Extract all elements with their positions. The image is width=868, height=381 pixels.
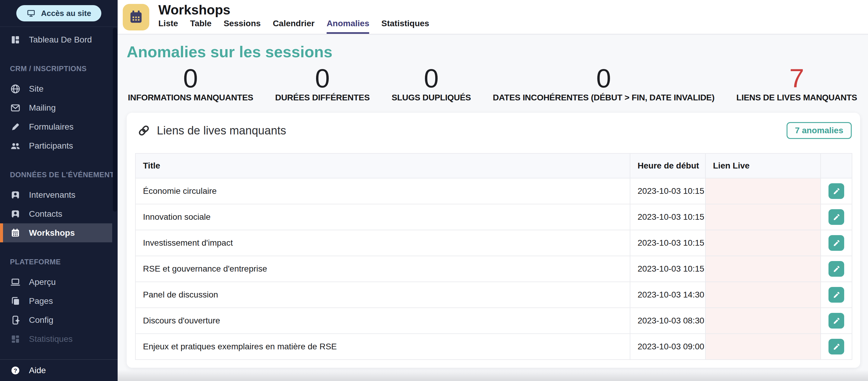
- help-circle-icon: ?: [10, 365, 21, 376]
- table-row: RSE et gouvernance d'entreprise 2023-10-…: [135, 256, 852, 282]
- sidebar-item-label: Mailing: [29, 103, 56, 113]
- edit-pencil-icon: [832, 316, 841, 325]
- session-title: Innovation sociale: [135, 204, 630, 230]
- site-access-button[interactable]: Accès au site: [16, 5, 101, 22]
- table-row: Enjeux et pratiques exemplaires en matiè…: [135, 334, 852, 359]
- session-start-time: 2023-10-03 10:15: [630, 178, 706, 204]
- table-row: Discours d'ouverture 2023-10-03 08:30: [135, 308, 852, 334]
- live-link-cell-missing: [706, 230, 820, 256]
- person-badge-icon: [10, 209, 21, 219]
- tab-anomalies[interactable]: Anomalies: [327, 19, 369, 34]
- edit-pencil-icon: [832, 187, 841, 196]
- link-icon: [137, 124, 150, 137]
- edit-session-button[interactable]: [829, 209, 844, 225]
- sidebar-item-tableau-de-bord[interactable]: Tableau De Bord: [0, 30, 112, 49]
- stat-label: SLUGS DUPLIQUÉS: [392, 93, 471, 102]
- section-label-event-data: DONNÉES DE L'ÉVÉNEMENT: [0, 170, 118, 179]
- column-header-actions: [820, 153, 852, 178]
- sidebar-item-label: Contacts: [29, 209, 62, 219]
- sidebar-item-participants[interactable]: Participants: [0, 136, 112, 155]
- sidebar: Accès au site Tableau De Bord CRM / INSC…: [0, 0, 118, 381]
- help-label: Aide: [29, 366, 46, 375]
- edit-pencil-icon: [832, 239, 841, 248]
- sidebar-item-formulaires[interactable]: Formulaires: [0, 117, 112, 136]
- edit-session-button[interactable]: [829, 339, 844, 354]
- sidebar-item-pages[interactable]: Pages: [0, 291, 112, 311]
- anomaly-stats-row: 0 INFORMATIONS MANQUANTES 0 DURÉES DIFFÉ…: [128, 64, 857, 102]
- sidebar-item-site[interactable]: Site: [0, 79, 112, 98]
- session-start-time: 2023-10-03 14:30: [630, 282, 706, 308]
- edit-session-button[interactable]: [829, 235, 844, 251]
- session-title: Enjeux et pratiques exemplaires en matiè…: [135, 334, 630, 359]
- sidebar-item-config[interactable]: Config: [0, 311, 112, 329]
- sidebar-item-intervenants[interactable]: Intervenants: [0, 185, 112, 204]
- tab-statistiques[interactable]: Statistiques: [381, 19, 429, 34]
- sidebar-item-label: Site: [29, 84, 43, 94]
- globe-icon: [10, 84, 21, 94]
- column-header-live-link: Lien Live: [706, 153, 820, 178]
- edit-session-button[interactable]: [829, 261, 844, 277]
- sidebar-item-aide[interactable]: ? Aide: [0, 359, 118, 381]
- stat-slugs-dupliques: 0 SLUGS DUPLIQUÉS: [392, 64, 471, 102]
- edit-session-button[interactable]: [829, 183, 844, 199]
- sidebar-item-contacts[interactable]: Contacts: [0, 204, 112, 223]
- person-badge-icon: [10, 190, 21, 200]
- session-title: Investissement d'impact: [135, 230, 630, 256]
- tab-liste[interactable]: Liste: [158, 19, 178, 34]
- app-tile: [123, 4, 149, 30]
- live-link-cell-missing: [706, 334, 820, 359]
- stat-value: 0: [183, 64, 198, 92]
- stat-informations-manquantes: 0 INFORMATIONS MANQUANTES: [128, 64, 253, 102]
- edit-session-button[interactable]: [829, 287, 844, 303]
- live-link-cell-missing: [706, 308, 820, 334]
- table-row: Innovation sociale 2023-10-03 10:15: [135, 204, 852, 230]
- stat-value: 0: [424, 64, 438, 92]
- session-start-time: 2023-10-03 10:15: [630, 204, 706, 230]
- sidebar-item-workshops[interactable]: Workshops: [0, 223, 112, 242]
- sidebar-item-apercu[interactable]: Aperçu: [0, 273, 112, 291]
- mail-icon: [10, 102, 21, 113]
- sidebar-item-label: Pages: [29, 296, 53, 306]
- sidebar-scrollbar-thumb[interactable]: [113, 28, 117, 212]
- svg-text:?: ?: [13, 367, 17, 374]
- live-link-cell-missing: [706, 282, 820, 308]
- tab-table[interactable]: Table: [190, 19, 211, 34]
- stat-label: DATES INCOHÉRENTES (DÉBUT > FIN, DATE IN…: [493, 93, 714, 102]
- stats-grid-icon: [10, 334, 21, 345]
- tab-sessions[interactable]: Sessions: [223, 19, 260, 34]
- edit-pencil-icon: [832, 342, 841, 351]
- section-heading: Anomalies sur les sessions: [127, 43, 860, 61]
- column-header-title: Title: [135, 153, 630, 178]
- session-title: RSE et gouvernance d'entreprise: [135, 256, 630, 282]
- people-icon: [10, 140, 21, 151]
- missing-live-links-card: Liens de lives manquants 7 anomalies Tit…: [127, 113, 860, 368]
- edit-session-button[interactable]: [829, 313, 844, 328]
- calendar-icon: [128, 9, 144, 25]
- tab-calendrier[interactable]: Calendrier: [273, 19, 315, 34]
- stat-durees-differentes: 0 DURÉES DIFFÉRENTES: [275, 64, 370, 102]
- session-start-time: 2023-10-03 08:30: [630, 308, 706, 334]
- sidebar-item-mailing[interactable]: Mailing: [0, 98, 112, 117]
- stat-label: INFORMATIONS MANQUANTES: [128, 93, 253, 102]
- sidebar-item-label: Statistiques: [29, 334, 73, 344]
- sidebar-header: Accès au site: [0, 0, 118, 27]
- anomaly-count-badge: 7 anomalies: [786, 122, 852, 139]
- card-title: Liens de lives manquants: [157, 124, 286, 137]
- monitor-icon: [27, 9, 36, 18]
- stat-dates-incoherentes: 0 DATES INCOHÉRENTES (DÉBUT > FIN, DATE …: [493, 64, 714, 102]
- edit-pencil-icon: [832, 213, 841, 222]
- sidebar-item-statistiques[interactable]: Statistiques: [0, 329, 112, 348]
- page-title: Workshops: [158, 2, 429, 18]
- session-title: Panel de discussion: [135, 282, 630, 308]
- sidebar-nav: Tableau De Bord CRM / INSCRIPTIONS Site …: [0, 27, 118, 359]
- edit-pencil-icon: [832, 264, 841, 274]
- dashboard-icon: [10, 34, 21, 45]
- card-header: Liens de lives manquants 7 anomalies: [135, 122, 852, 139]
- tab-bar: Liste Table Sessions Calendrier Anomalie…: [158, 19, 429, 34]
- stat-value: 0: [596, 64, 611, 92]
- session-title: Économie circulaire: [135, 178, 630, 204]
- laptop-icon: [10, 277, 21, 288]
- stat-liens-lives-manquants: 7 LIENS DE LIVES MANQUANTS: [737, 64, 857, 102]
- sidebar-item-label: Tableau De Bord: [29, 35, 92, 44]
- session-start-time: 2023-10-03 10:15: [630, 256, 706, 282]
